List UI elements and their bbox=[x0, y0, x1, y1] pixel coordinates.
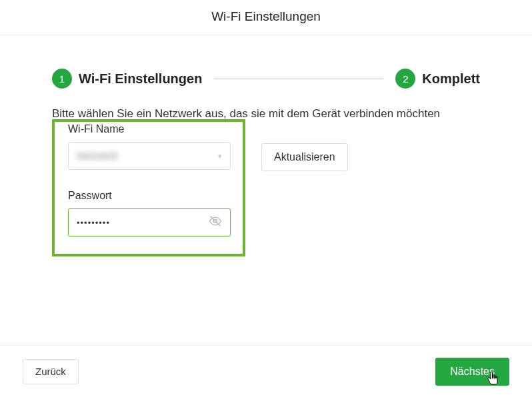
footer: Zurück Nächstes bbox=[0, 345, 532, 397]
page-title: Wi-Fi Einstellungen bbox=[0, 0, 532, 35]
wifi-name-value: Netzwerk bbox=[77, 151, 118, 161]
password-label: Passwort bbox=[68, 190, 229, 202]
step-connector bbox=[214, 79, 383, 79]
wifi-name-label: Wi-Fi Name bbox=[68, 123, 229, 135]
step-indicator: 1 Wi-Fi Einstellungen 2 Komplett bbox=[52, 69, 480, 89]
step-1-number: 1 bbox=[52, 69, 72, 89]
wifi-name-group: Wi-Fi Name Netzwerk ▾ bbox=[68, 123, 229, 170]
password-input[interactable]: ••••••••• bbox=[68, 208, 231, 236]
password-group: Passwort ••••••••• bbox=[68, 190, 229, 236]
chevron-down-icon: ▾ bbox=[218, 152, 222, 161]
wifi-name-select[interactable]: Netzwerk ▾ bbox=[68, 142, 231, 170]
step-2: 2 Komplett bbox=[395, 69, 480, 89]
main-content: 1 Wi-Fi Einstellungen 2 Komplett Bitte w… bbox=[0, 35, 532, 256]
next-button[interactable]: Nächstes bbox=[435, 358, 509, 386]
step-2-number: 2 bbox=[395, 69, 415, 89]
back-button[interactable]: Zurück bbox=[23, 359, 79, 384]
highlight-box: Wi-Fi Name Netzwerk ▾ Passwort ••••••••• bbox=[52, 119, 245, 256]
password-value: ••••••••• bbox=[77, 218, 110, 228]
form-row: Wi-Fi Name Netzwerk ▾ Passwort ••••••••• bbox=[52, 123, 480, 256]
eye-hidden-icon[interactable] bbox=[209, 214, 222, 230]
instruction-text: Bitte wählen Sie ein Netzwerk aus, das s… bbox=[52, 107, 480, 121]
step-1-label: Wi-Fi Einstellungen bbox=[79, 71, 202, 87]
step-2-label: Komplett bbox=[422, 71, 480, 87]
refresh-button[interactable]: Aktualisieren bbox=[261, 143, 348, 171]
step-1: 1 Wi-Fi Einstellungen bbox=[52, 69, 202, 89]
